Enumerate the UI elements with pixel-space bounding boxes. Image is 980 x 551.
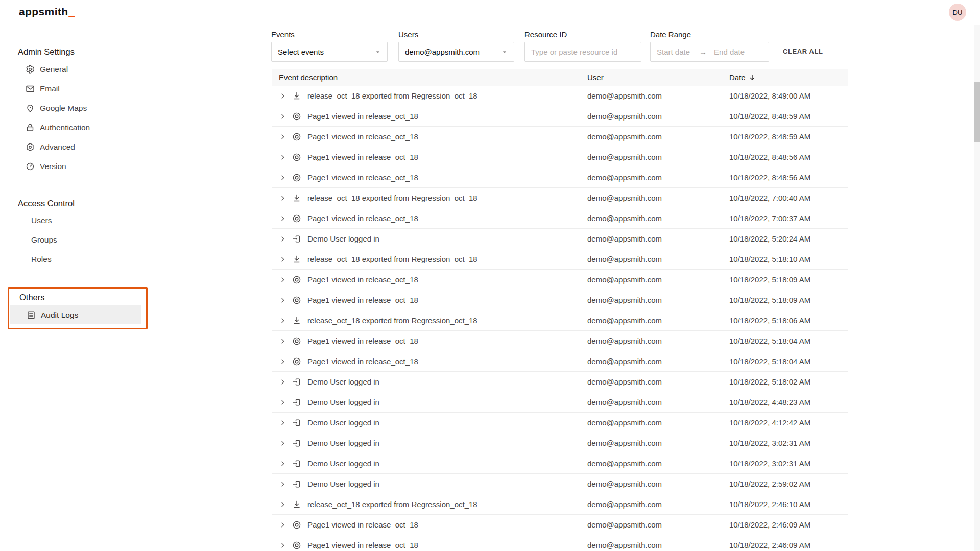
event-date: 10/18/2022, 4:12:42 AM — [729, 418, 810, 427]
event-date: 10/18/2022, 5:18:10 AM — [729, 255, 810, 263]
users-select-value: demo@appsmith.com — [405, 47, 480, 56]
expand-chevron-icon[interactable] — [279, 358, 286, 365]
date-range-filter: Date Range Start date → End date — [650, 30, 769, 62]
users-filter-label: Users — [398, 30, 514, 39]
eye-icon — [292, 213, 302, 224]
appsmith-logo[interactable]: appsmith_ — [19, 6, 75, 18]
table-row[interactable]: Demo User logged in demo@appsmith.com 10… — [272, 413, 848, 433]
date-range-box[interactable]: Start date → End date — [650, 42, 769, 62]
expand-chevron-icon[interactable] — [279, 113, 286, 120]
expand-chevron-icon[interactable] — [279, 133, 286, 140]
eye-icon — [292, 275, 302, 285]
sidebar-item-authentication[interactable]: Authentication — [0, 118, 153, 137]
sidebar-item-groups[interactable]: Groups — [0, 230, 153, 250]
date-range-label: Date Range — [650, 30, 769, 39]
table-row[interactable]: release_oct_18 exported from Regression_… — [272, 494, 848, 515]
access-control-heading: Access Control — [0, 197, 153, 209]
expand-chevron-icon[interactable] — [279, 276, 286, 283]
table-row[interactable]: release_oct_18 exported from Regression_… — [272, 310, 848, 331]
table-row[interactable]: Demo User logged in demo@appsmith.com 10… — [272, 372, 848, 392]
table-row[interactable]: Page1 viewed in release_oct_18 demo@apps… — [272, 351, 848, 372]
events-select-value: Select events — [278, 47, 324, 56]
expand-chevron-icon[interactable] — [279, 440, 286, 447]
expand-chevron-icon[interactable] — [279, 297, 286, 304]
sidebar-item-general[interactable]: General — [0, 60, 153, 79]
event-description: Page1 viewed in release_oct_18 — [307, 520, 418, 529]
table-row[interactable]: release_oct_18 exported from Regression_… — [272, 86, 848, 106]
event-date: 10/18/2022, 5:18:09 AM — [729, 275, 810, 284]
expand-chevron-icon[interactable] — [279, 338, 286, 345]
sidebar-item-audit-logs[interactable]: Audit Logs — [10, 305, 141, 324]
expand-chevron-icon[interactable] — [279, 481, 286, 488]
sidebar-item-email[interactable]: Email — [0, 79, 153, 99]
event-description: release_oct_18 exported from Regression_… — [307, 316, 477, 325]
table-row[interactable]: release_oct_18 exported from Regression_… — [272, 188, 848, 208]
sidebar-item-advanced[interactable]: Advanced — [0, 137, 153, 157]
sidebar-item-label: Authentication — [40, 123, 90, 132]
sidebar-item-label: Audit Logs — [41, 310, 78, 320]
event-user: demo@appsmith.com — [587, 112, 662, 121]
expand-chevron-icon[interactable] — [279, 460, 286, 467]
mail-icon — [25, 83, 36, 94]
sidebar-item-version[interactable]: Version — [0, 157, 153, 176]
table-row[interactable]: Page1 viewed in release_oct_18 demo@apps… — [272, 331, 848, 351]
users-select[interactable]: demo@appsmith.com — [398, 42, 514, 62]
sidebar-item-label: General — [40, 65, 68, 74]
table-row[interactable]: release_oct_18 exported from Regression_… — [272, 249, 848, 270]
user-avatar[interactable]: DU — [949, 4, 966, 21]
event-user: demo@appsmith.com — [587, 194, 662, 202]
expand-chevron-icon[interactable] — [279, 317, 286, 324]
expand-chevron-icon[interactable] — [279, 215, 286, 222]
event-user: demo@appsmith.com — [587, 439, 662, 447]
event-description: release_oct_18 exported from Regression_… — [307, 194, 477, 202]
expand-chevron-icon[interactable] — [279, 92, 286, 100]
table-row[interactable]: Page1 viewed in release_oct_18 demo@apps… — [272, 208, 848, 229]
expand-chevron-icon[interactable] — [279, 174, 286, 181]
table-row[interactable]: Page1 viewed in release_oct_18 demo@apps… — [272, 270, 848, 290]
table-row[interactable]: Page1 viewed in release_oct_18 demo@apps… — [272, 167, 848, 188]
table-row[interactable]: Page1 viewed in release_oct_18 demo@apps… — [272, 106, 848, 127]
table-row[interactable]: Demo User logged in demo@appsmith.com 10… — [272, 229, 848, 249]
expand-chevron-icon[interactable] — [279, 195, 286, 202]
gear-icon — [25, 64, 36, 75]
table-row[interactable]: Demo User logged in demo@appsmith.com 10… — [272, 433, 848, 453]
expand-chevron-icon[interactable] — [279, 378, 286, 386]
event-date: 10/18/2022, 4:48:23 AM — [729, 398, 810, 406]
expand-chevron-icon[interactable] — [279, 542, 286, 549]
event-date: 10/18/2022, 5:18:09 AM — [729, 296, 810, 304]
sidebar-item-roles[interactable]: Roles — [0, 250, 153, 269]
resource-id-input[interactable] — [531, 47, 635, 56]
sidebar-item-google-maps[interactable]: Google Maps — [0, 99, 153, 118]
sidebar-item-label: Google Maps — [40, 104, 87, 113]
expand-chevron-icon[interactable] — [279, 256, 286, 263]
expand-chevron-icon[interactable] — [279, 501, 286, 508]
expand-chevron-icon[interactable] — [279, 521, 286, 529]
clear-all-button[interactable]: CLEAR ALL — [783, 47, 823, 55]
audit-logs-icon — [26, 309, 37, 321]
access-control-group: Access Control UsersGroupsRoles — [0, 197, 153, 269]
events-select[interactable]: Select events — [271, 42, 388, 62]
page-scrollbar-track[interactable] — [974, 25, 980, 551]
sidebar-item-users[interactable]: Users — [0, 211, 153, 230]
table-row[interactable]: Page1 viewed in release_oct_18 demo@apps… — [272, 515, 848, 535]
expand-chevron-icon[interactable] — [279, 419, 286, 426]
event-user: demo@appsmith.com — [587, 500, 662, 509]
expand-chevron-icon[interactable] — [279, 399, 286, 406]
table-row[interactable]: Demo User logged in demo@appsmith.com 10… — [272, 392, 848, 413]
eye-icon — [292, 132, 302, 142]
column-header-date[interactable]: Date — [729, 73, 756, 82]
table-row[interactable]: Page1 viewed in release_oct_18 demo@apps… — [272, 127, 848, 147]
expand-chevron-icon[interactable] — [279, 154, 286, 161]
event-description: Demo User logged in — [307, 480, 379, 488]
end-date-placeholder[interactable]: End date — [714, 47, 745, 56]
table-row[interactable]: Page1 viewed in release_oct_18 demo@apps… — [272, 290, 848, 310]
table-row[interactable]: Demo User logged in demo@appsmith.com 10… — [272, 474, 848, 494]
expand-chevron-icon[interactable] — [279, 235, 286, 243]
event-date: 10/18/2022, 8:48:56 AM — [729, 153, 810, 161]
table-row[interactable]: Page1 viewed in release_oct_18 demo@apps… — [272, 535, 848, 551]
table-row[interactable]: Page1 viewed in release_oct_18 demo@apps… — [272, 147, 848, 167]
start-date-placeholder[interactable]: Start date — [657, 47, 690, 56]
event-description: Demo User logged in — [307, 439, 379, 447]
table-row[interactable]: Demo User logged in demo@appsmith.com 10… — [272, 453, 848, 474]
page-scrollbar-thumb[interactable] — [974, 82, 980, 142]
